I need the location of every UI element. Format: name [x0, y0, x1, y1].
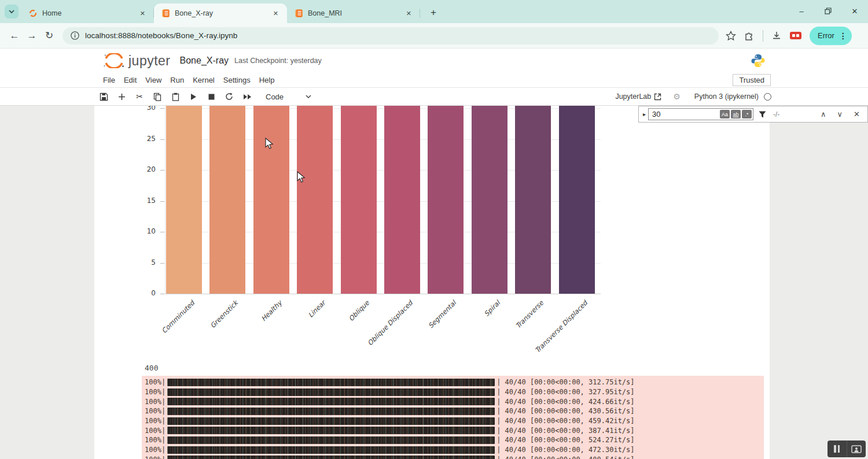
cell-type-select[interactable]: Code [266, 92, 311, 101]
bar [384, 106, 420, 294]
filter-icon[interactable] [759, 111, 766, 118]
progress-bar [167, 456, 495, 459]
chevron-down-icon [306, 95, 311, 98]
y-tick-mark [160, 201, 164, 202]
y-tick-mark [160, 108, 164, 109]
whole-word-button[interactable]: ab [731, 110, 741, 119]
copy-icon [153, 92, 161, 101]
expand-caret-icon[interactable]: ▸ [643, 111, 646, 117]
progress-detail: | 40/40 [00:00<00:00, 459.42it/s] [496, 417, 634, 425]
menu-edit[interactable]: Edit [124, 76, 137, 84]
tab-search-button[interactable] [5, 5, 19, 18]
y-tick-mark [160, 232, 164, 232]
progress-bar [167, 446, 495, 454]
menu-run[interactable]: Run [170, 76, 184, 84]
close-search-button[interactable]: ✕ [854, 110, 860, 119]
kernel-status-icon [764, 93, 771, 101]
run-cell-button[interactable] [188, 91, 198, 102]
browser-address-bar: ← → ↻ localhost:8888/notebooks/Bone_X-ra… [0, 23, 868, 49]
bookmark-star-icon[interactable] [726, 31, 736, 41]
toolbar-right: JupyterLab ⚙ Python 3 (ipykernel) [615, 92, 771, 101]
search-results-count: -/- [773, 110, 779, 119]
close-window-button[interactable]: ✕ [841, 0, 868, 22]
run-all-button[interactable] [242, 91, 252, 102]
jupyterlab-link[interactable]: JupyterLab [615, 92, 651, 101]
menu-help[interactable]: Help [259, 76, 275, 84]
x-tick-label: Oblique Displaced [339, 299, 414, 374]
picture-in-picture-button[interactable] [847, 441, 866, 457]
y-axis: 051015202530 [130, 106, 156, 299]
menu-kernel[interactable]: Kernel [193, 76, 215, 84]
pause-button[interactable] [827, 441, 847, 457]
copy-cell-button[interactable] [152, 91, 163, 102]
menu-view[interactable]: View [145, 76, 161, 84]
kernel-name[interactable]: Python 3 (ipykernel) [694, 92, 759, 101]
progress-bar [167, 427, 495, 434]
bar [209, 106, 245, 294]
x-tick-label: Transverse Displaced [513, 299, 589, 374]
progress-percent: 100%| [145, 446, 165, 454]
progress-detail: | 40/40 [00:00<00:00, 387.41it/s] [496, 427, 634, 435]
tab-bone-xray[interactable]: Bone_X-ray ✕ [154, 3, 287, 23]
progress-detail: | 40/40 [00:00<00:00, 312.75it/s] [496, 378, 634, 386]
new-tab-button[interactable]: + [426, 5, 441, 20]
x-tick-label: Greenstick [164, 299, 240, 374]
gear-icon[interactable]: ⚙ [673, 92, 681, 101]
extension-badge-icon[interactable] [790, 32, 801, 39]
minimize-button[interactable]: – [788, 0, 815, 22]
forward-button[interactable]: → [23, 30, 41, 42]
progress-percent: 100%| [145, 427, 165, 435]
search-box: Aa ab .* [648, 108, 753, 120]
progress-detail: | 40/40 [00:00<00:00, 400.54it/s] [496, 456, 634, 459]
stop-kernel-button[interactable] [206, 91, 216, 102]
progress-percent: 100%| [145, 417, 165, 425]
mouse-cursor [265, 138, 274, 150]
restart-kernel-button[interactable] [224, 91, 234, 102]
refresh-icon [225, 92, 233, 101]
tab-home[interactable]: Home ✕ [21, 3, 154, 23]
chevron-down-icon [9, 10, 14, 13]
external-link-icon[interactable] [654, 93, 661, 101]
tab-bone-mri[interactable]: Bone_MRI ✕ [287, 3, 420, 23]
notebook-content-area[interactable]: 051015202530 ComminutedGreenstickHealthy… [0, 106, 868, 459]
bar [253, 106, 289, 294]
match-case-button[interactable]: Aa [720, 110, 730, 119]
notebook-title[interactable]: Bone_X-ray [180, 55, 229, 66]
bar [559, 106, 595, 294]
regex-button[interactable]: .* [742, 110, 752, 119]
address-bar-actions: Error ⋮ [726, 27, 852, 45]
progress-row: 100%|| 40/40 [00:00<00:00, 312.75it/s] [142, 377, 764, 387]
url-bar[interactable]: localhost:8888/notebooks/Bone_X-ray.ipyn… [62, 27, 719, 45]
progress-percent: 100%| [145, 456, 165, 459]
extensions-icon[interactable] [744, 31, 755, 41]
add-cell-button[interactable] [116, 91, 127, 102]
y-tick-label: 15 [133, 197, 156, 205]
next-match-button[interactable]: ∨ [837, 110, 843, 119]
back-button[interactable]: ← [6, 30, 23, 42]
search-options: Aa ab .* [720, 110, 752, 119]
paste-cell-button[interactable] [170, 91, 181, 102]
jupyter-wordmark: jupyter [128, 53, 171, 69]
menu-file[interactable]: File [103, 76, 115, 84]
progress-detail: | 40/40 [00:00<00:00, 472.30it/s] [496, 446, 634, 454]
restore-button[interactable] [815, 0, 841, 22]
stderr-output: 100%|| 40/40 [00:00<00:00, 312.75it/s]10… [142, 376, 764, 459]
site-info-icon[interactable] [71, 31, 79, 40]
download-icon[interactable] [771, 31, 782, 41]
save-icon [100, 92, 108, 101]
previous-match-button[interactable]: ∧ [821, 110, 826, 119]
x-tick-label: Linear [252, 299, 327, 374]
recorder-overlay [827, 441, 866, 457]
y-tick-mark [160, 170, 164, 171]
tab-close-icon[interactable]: ✕ [270, 9, 281, 18]
cut-cell-button[interactable]: ✂ [134, 91, 145, 102]
tab-close-icon[interactable]: ✕ [403, 9, 414, 18]
pause-icon [834, 445, 840, 453]
stdout-text: 400 [145, 364, 158, 372]
tab-close-icon[interactable]: ✕ [137, 9, 148, 18]
save-button[interactable] [98, 91, 109, 102]
browser-error-menu-button[interactable]: Error ⋮ [810, 27, 852, 45]
menu-settings[interactable]: Settings [223, 76, 251, 84]
trusted-badge[interactable]: Trusted [733, 74, 771, 86]
reload-button[interactable]: ↻ [41, 29, 58, 42]
